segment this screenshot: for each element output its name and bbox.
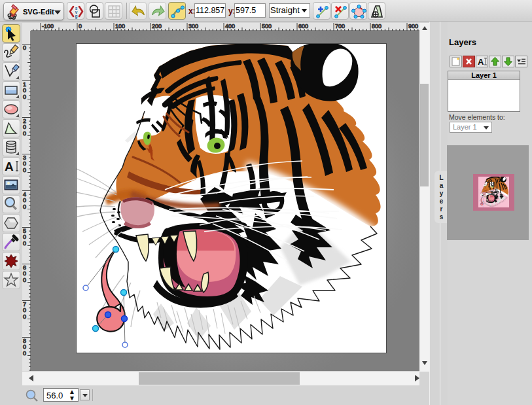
svg-text:100: 100 <box>115 23 125 29</box>
svg-text:0: 0 <box>23 124 26 130</box>
svg-text:0: 0 <box>23 167 26 173</box>
svg-text:400: 400 <box>225 23 235 29</box>
svg-text:200: 200 <box>152 23 162 29</box>
svg-text:3: 3 <box>23 154 26 161</box>
svg-text:6: 6 <box>23 264 26 271</box>
svg-text:500: 500 <box>262 23 272 29</box>
svg-text:0: 0 <box>23 343 26 350</box>
svg-text:900: 900 <box>408 23 418 29</box>
svg-text:800: 800 <box>372 23 381 29</box>
svg-text:7: 7 <box>23 301 26 308</box>
svg-text:4: 4 <box>23 191 26 198</box>
svg-text:0: 0 <box>23 197 26 203</box>
svg-text:A: A <box>478 57 484 67</box>
svg-text:0: 0 <box>23 87 26 94</box>
svg-text:-100: -100 <box>42 23 54 29</box>
svg-text:600: 600 <box>298 23 308 29</box>
svg-text:0: 0 <box>23 313 26 320</box>
svg-text:2: 2 <box>23 118 26 124</box>
svg-text:300: 300 <box>188 23 198 29</box>
svg-text:0: 0 <box>23 240 26 247</box>
svg-text:0: 0 <box>23 130 26 137</box>
svg-text:0: 0 <box>23 350 26 357</box>
svg-text:0: 0 <box>23 160 26 167</box>
svg-text:g: g <box>75 14 78 19</box>
svg-text:0: 0 <box>23 234 26 240</box>
svg-text:0: 0 <box>23 277 26 283</box>
svg-text:0: 0 <box>23 94 26 100</box>
svg-text:0: 0 <box>23 270 26 277</box>
svg-text:700: 700 <box>335 23 345 29</box>
svg-text:0: 0 <box>79 23 82 29</box>
svg-text:0: 0 <box>23 307 26 313</box>
svg-text:0: 0 <box>23 44 26 51</box>
svg-text:0: 0 <box>23 203 26 210</box>
svg-text:A: A <box>5 160 14 173</box>
svg-text:8: 8 <box>23 338 26 344</box>
svg-text:1: 1 <box>23 81 26 88</box>
svg-text:5: 5 <box>23 228 26 234</box>
